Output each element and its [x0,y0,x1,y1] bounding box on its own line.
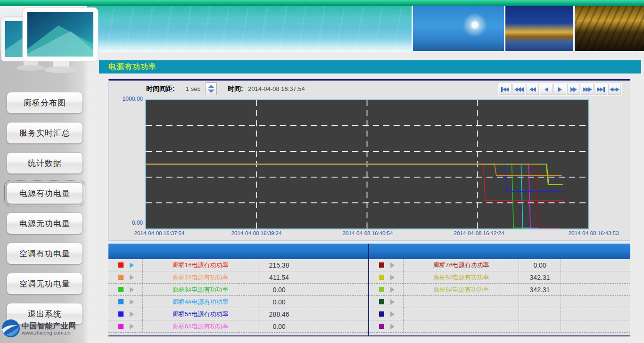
series-name: 廊桥4#电源有功功率 [143,296,258,308]
chart-panel: 时间间距: 1 sec 时间: 2014-04-08 16:37:54 1000… [108,79,630,241]
rewind-button[interactable] [526,84,539,95]
table-row[interactable]: 廊桥7#电源有功功率0.00 [369,259,630,271]
x-tick-4: 2014-04-08 16:42:24 [454,230,504,236]
forward-button[interactable] [567,84,580,95]
last-icon [600,87,603,92]
forward-fast-icon [588,87,592,92]
table-row[interactable]: 廊桥6#电源有功功率0.00 [108,320,368,333]
series-name: 廊桥7#电源有功功率 [404,259,519,271]
x-tick-5: 2014-04-08 16:43:53 [569,230,619,236]
row-icons [108,308,143,320]
table-row[interactable]: 廊桥4#电源有功功率0.00 [108,296,368,308]
series-value: 411.54 [258,271,300,283]
forward-fast-button[interactable] [581,84,594,95]
series-play-icon[interactable] [390,287,395,293]
rewind-icon [532,87,536,92]
sidebar-item-6[interactable]: 空调有功电量 [7,243,83,264]
chart-plot-area[interactable] [145,99,589,229]
series-extra-cell [561,284,630,295]
sidebar-item-4[interactable]: 电源有功电量 [7,182,83,204]
table-row[interactable]: 廊桥2#电源有功功率411.54 [108,271,368,284]
first-button[interactable] [499,84,512,95]
series-name [404,296,519,308]
time-label: 时间: [228,85,243,93]
spinner-up-icon[interactable] [208,85,215,88]
photo-night-corridor [573,6,644,51]
interval-spinner[interactable] [206,82,217,95]
series-color-square-icon [379,324,384,329]
trend-chart [146,100,588,229]
series-play-icon[interactable] [130,299,134,305]
logo-url: www.zhineng.com.cn [22,330,76,335]
step-back-button[interactable] [540,84,553,95]
sidebar-item-5[interactable]: 电源无功电量 [7,212,83,234]
series-play-icon[interactable] [130,275,134,280]
series-name: 廊桥6#电源有功功率 [143,320,258,332]
table-header-left [108,244,368,259]
series-value: 215.38 [258,259,300,271]
row-icons [108,296,143,308]
series-value: 0.00 [519,259,561,271]
series-name: 廊桥5#电源有功功率 [143,308,258,320]
series-play-icon[interactable] [130,262,134,268]
interval-label: 时间间距: [146,85,175,93]
table-row[interactable] [369,308,630,320]
spinner-down-icon[interactable] [208,90,215,93]
series-name [404,308,519,320]
table-row[interactable]: 廊桥1#电源有功功率215.38 [108,259,368,271]
sidebar-item-2[interactable]: 服务实时汇总 [7,122,83,144]
full-range-icon [616,87,619,92]
page-title: 电源有功功率 [99,60,641,74]
series-color-square-icon [118,311,124,317]
table-row[interactable]: 廊桥5#电源有功功率288.46 [108,308,368,320]
series-name: 廊桥8#电源有功功率 [404,284,519,295]
series-color-square-icon [118,324,124,329]
series-play-icon[interactable] [390,299,395,305]
table-row[interactable]: 廊桥8#电源有功功率342.31 [369,271,630,284]
interval-value: 1 sec [186,85,200,92]
forward-icon [573,87,577,92]
series-value: 288.46 [258,308,300,320]
series-play-icon[interactable] [130,324,134,329]
series-color-square-icon [379,311,384,317]
table-row[interactable] [369,320,630,333]
sidebar-buttons: 廊桥分布图服务实时汇总统计数据电源有功电量电源无功电量空调有功电量空调无功电量退… [0,92,90,333]
series-play-icon[interactable] [130,287,134,293]
legend-table-right: 廊桥7#电源有功功率0.00廊桥8#电源有功功率342.31廊桥8#电源有功功率… [369,244,630,335]
series-extra-cell [561,271,630,283]
row-icons [369,296,404,308]
series-play-icon[interactable] [390,324,395,329]
row-icons [369,320,404,332]
series-play-icon[interactable] [390,275,395,280]
rewind-fast-button[interactable] [512,84,525,95]
series-extra-cell [561,259,630,271]
sidebar-item-1[interactable]: 廊桥分布图 [7,92,83,114]
series-extra-cell [300,308,368,320]
step-back-icon [545,87,548,92]
series-extra-cell [300,259,368,271]
series-name: 廊桥3#电源有功功率 [143,284,258,295]
full-range-button[interactable] [608,84,621,95]
series-play-icon[interactable] [390,311,395,317]
table-row[interactable]: 廊桥3#电源有功功率0.00 [108,284,368,296]
series-name: 廊桥1#电源有功功率 [143,259,258,271]
series-value: 0.00 [258,296,300,308]
table-header-right [369,244,630,259]
app-window: 廊桥分布图服务实时汇总统计数据电源有功电量电源无功电量空调有功电量空调无功电量退… [0,0,644,343]
legend-table-left: 廊桥1#电源有功功率215.38廊桥2#电源有功功率411.54廊桥3#电源有功… [108,244,368,335]
series-play-icon[interactable] [390,262,395,268]
sidebar-item-3[interactable]: 统计数据 [7,152,83,174]
series-play-icon[interactable] [130,311,134,317]
last-button[interactable] [594,84,607,95]
series-color-square-icon [379,299,384,304]
table-row[interactable]: 廊桥8#电源有功功率342.31 [369,284,630,296]
sidebar-item-7[interactable]: 空调无功电量 [7,273,83,294]
first-icon [505,87,509,92]
row-icons [108,284,143,295]
table-row[interactable] [369,296,630,308]
legend-tables: 廊桥1#电源有功功率215.38廊桥2#电源有功功率411.54廊桥3#电源有功… [108,244,630,336]
series-color-square-icon [118,275,124,280]
step-forward-button[interactable] [553,84,566,95]
row-icons [369,271,404,283]
series-extra-cell [561,308,630,320]
